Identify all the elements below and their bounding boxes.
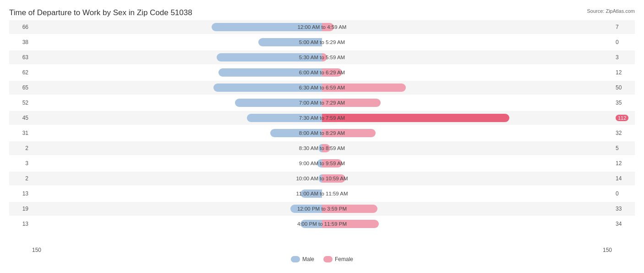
male-swatch [291,256,300,262]
female-value: 33 [612,206,635,212]
chart-container: Time of Departure to Work by Sex in Zip … [0,0,644,273]
time-label: 5:30 AM to 5:59 AM [299,55,345,60]
male-value: 45 [9,115,32,121]
bars-area: 7:30 AM to 7:59 AM [32,111,612,125]
chart-row: 1912:00 PM to 3:59 PM33 [9,202,635,216]
chart-row: 635:30 AM to 5:59 AM3 [9,50,635,64]
bars-area: 7:00 AM to 7:29 AM [32,96,612,110]
male-value: 13 [9,221,32,227]
bars-area: 11:00 AM to 11:59 AM [32,187,612,201]
bars-area: 6:30 AM to 6:59 AM [32,81,612,95]
male-value: 63 [9,54,32,61]
chart-row: 6612:00 AM to 4:59 AM7 [9,20,635,34]
time-label: 7:30 AM to 7:59 AM [299,115,345,121]
time-label: 12:00 PM to 3:59 PM [297,206,347,212]
time-label: 4:00 PM to 11:59 PM [297,221,347,227]
male-value: 2 [9,145,32,151]
axis-right: 150 [603,247,612,253]
female-value: 50 [612,84,635,91]
time-label: 9:00 AM to 9:59 AM [299,161,345,166]
chart-area: 6612:00 AM to 4:59 AM7385:00 AM to 5:29 … [9,20,635,245]
time-label: 7:00 AM to 7:29 AM [299,100,345,106]
source-text: Source: ZipAtlas.com [587,8,635,14]
time-label: 12:00 AM to 4:59 AM [298,24,347,30]
bars-area: 9:00 AM to 9:59 AM [32,156,612,170]
female-value: 0 [612,39,635,45]
time-label: 6:30 AM to 6:59 AM [299,85,345,90]
legend: Male Female [9,256,635,262]
chart-row: 318:00 AM to 8:29 AM32 [9,126,635,140]
female-swatch [323,256,333,262]
bars-area: 4:00 PM to 11:59 PM [32,217,612,231]
chart-row: 527:00 AM to 7:29 AM35 [9,96,635,110]
time-label: 6:00 AM to 6:29 AM [299,70,345,75]
male-value: 3 [9,160,32,167]
male-value: 38 [9,39,32,45]
chart-row: 385:00 AM to 5:29 AM0 [9,35,635,49]
chart-row: 28:30 AM to 8:59 AM5 [9,141,635,155]
female-value: 0 [612,190,635,197]
time-label: 8:00 AM to 8:29 AM [299,130,345,136]
legend-female: Female [323,256,353,262]
axis-left: 150 [32,247,41,253]
female-value: 12 [612,160,635,167]
bars-area: 10:00 AM to 10:59 AM [32,172,612,185]
female-value: 35 [612,100,635,106]
chart-row: 626:00 AM to 6:29 AM12 [9,66,635,79]
male-value: 13 [9,190,32,197]
chart-row: 134:00 PM to 11:59 PM34 [9,217,635,231]
time-label: 5:00 AM to 5:29 AM [299,39,345,45]
female-bar [322,114,509,122]
legend-male-label: Male [302,256,314,262]
bars-area: 8:00 AM to 8:29 AM [32,126,612,140]
legend-male: Male [291,256,314,262]
male-value: 31 [9,130,32,136]
time-label: 11:00 AM to 11:59 AM [296,191,348,196]
axis-labels: 150 150 [9,247,635,253]
bars-area: 8:30 AM to 8:59 AM [32,141,612,155]
female-value: 14 [612,175,635,182]
chart-row: 656:30 AM to 6:59 AM50 [9,81,635,95]
male-value: 52 [9,100,32,106]
female-value: 32 [612,130,635,136]
female-value: 112 [612,115,635,121]
female-value: 5 [612,145,635,151]
male-value: 19 [9,206,32,212]
male-value: 65 [9,84,32,91]
chart-row: 210:00 AM to 10:59 AM14 [9,172,635,185]
male-value: 62 [9,69,32,76]
male-value: 66 [9,24,32,30]
bars-area: 12:00 AM to 4:59 AM [32,20,612,34]
bars-area: 12:00 PM to 3:59 PM [32,202,612,216]
female-value: 3 [612,54,635,61]
bars-area: 6:00 AM to 6:29 AM [32,66,612,79]
bars-area: 5:30 AM to 5:59 AM [32,50,612,64]
female-value: 34 [612,221,635,227]
chart-row: 1311:00 AM to 11:59 AM0 [9,187,635,201]
legend-female-label: Female [335,256,353,262]
male-value: 2 [9,175,32,182]
time-label: 8:30 AM to 8:59 AM [299,145,345,151]
time-label: 10:00 AM to 10:59 AM [296,176,348,181]
female-value: 12 [612,69,635,76]
chart-row: 39:00 AM to 9:59 AM12 [9,156,635,170]
female-value: 7 [612,24,635,30]
chart-row: 457:30 AM to 7:59 AM112 [9,111,635,125]
chart-title: Time of Departure to Work by Sex in Zip … [9,8,635,17]
bars-area: 5:00 AM to 5:29 AM [32,35,612,49]
